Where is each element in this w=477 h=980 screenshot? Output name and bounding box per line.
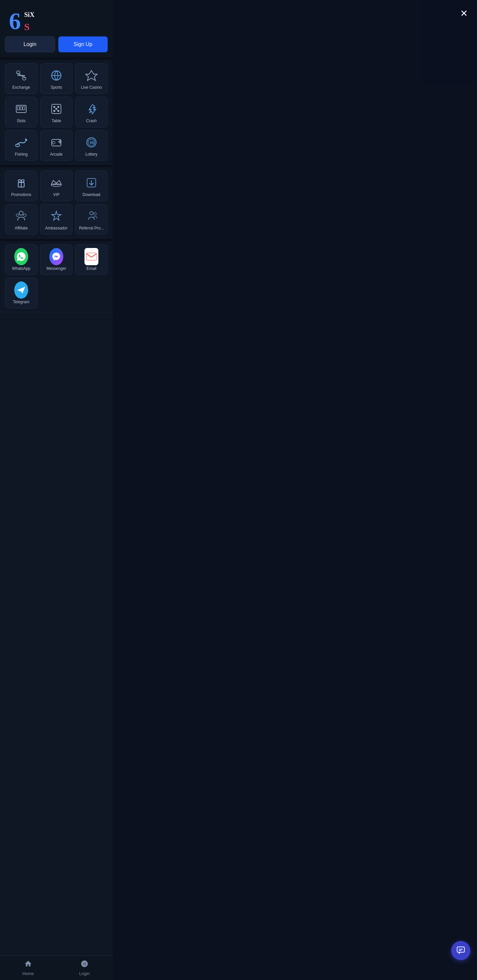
svg-point-38 [16,214,19,216]
promotions-section: Promotions VIP [0,167,113,239]
svg-point-19 [55,108,57,110]
ambassador-icon [49,209,63,223]
svg-point-16 [57,106,59,108]
arcade-label: Arcade [50,152,62,157]
menu-item-lottery[interactable]: 66 Lottery [75,130,108,161]
menu-item-live-casino[interactable]: Live Casino [75,63,108,94]
lottery-icon: 66 [85,135,98,149]
svg-point-18 [57,110,59,112]
login-nav-label: Login [79,971,90,976]
slots-label: Slots [17,119,26,123]
svg-point-25 [58,141,60,142]
nav-home[interactable]: Home [0,956,56,980]
menu-item-crash[interactable]: Crash [75,97,108,127]
svg-point-26 [60,141,62,142]
messenger-label: Messenger [46,266,66,271]
crash-icon [85,102,98,116]
auth-buttons: Login Sign Up [0,37,113,57]
home-nav-icon [24,960,32,970]
contacts-grid: WhatsApp Messenger [5,244,108,309]
telegram-label: Telegram [13,300,29,304]
referral-label: Referral Pro... [79,226,104,231]
whatsapp-icon [14,250,28,264]
menu-item-email[interactable]: Email [75,244,108,275]
telegram-icon [14,283,28,297]
vip-label: VIP [53,192,59,197]
svg-point-37 [19,211,23,215]
home-nav-label: Home [22,971,34,976]
svg-point-15 [53,106,55,108]
svg-rect-10 [18,107,19,110]
nav-login[interactable]: Login [56,956,113,980]
bottom-navigation: Home Login [0,956,113,980]
sports-label: Sports [51,85,62,90]
svg-rect-42 [86,253,96,260]
menu-item-table[interactable]: Table [40,97,73,127]
menu-item-ambassador[interactable]: Ambassador [40,204,73,235]
svg-point-39 [24,214,26,216]
table-label: Table [52,119,61,123]
slots-icon [14,102,28,116]
sidebar-panel: 6 SiX S Login Sign Up [0,0,113,980]
logo-area: 6 SiX S [0,0,113,37]
referral-icon [85,209,98,223]
menu-item-referral[interactable]: Referral Pro... [75,204,108,235]
games-section: Exchange Sports [0,60,113,165]
promotions-label: Promotions [11,192,32,197]
svg-point-17 [53,110,55,112]
menu-item-sports[interactable]: Sports [40,63,73,94]
messenger-icon [49,250,63,264]
signup-button[interactable]: Sign Up [58,37,108,52]
email-icon [85,250,98,264]
vip-icon [49,176,63,190]
svg-point-28 [59,142,61,143]
menu-item-arcade[interactable]: Arcade [40,130,73,161]
menu-item-messenger[interactable]: Messenger [40,244,73,275]
svg-text:SiX: SiX [24,11,35,18]
sports-icon [49,68,63,83]
ambassador-label: Ambassador [45,226,67,231]
exchange-label: Exchange [12,85,30,90]
svg-point-41 [94,213,96,215]
svg-rect-11 [20,107,22,110]
promotions-grid: Promotions VIP [5,170,108,235]
menu-item-affiliate[interactable]: Affiliate [5,204,37,235]
menu-item-slots[interactable]: Slots [5,97,37,127]
svg-text:66: 66 [90,140,94,145]
fishing-icon [14,135,28,149]
svg-point-40 [90,212,93,215]
games-grid: Exchange Sports [5,63,108,161]
svg-point-27 [59,140,61,142]
menu-item-fishing[interactable]: Fishing [5,130,37,161]
lottery-label: Lottery [85,152,98,157]
affiliate-icon [14,209,28,223]
svg-text:6: 6 [9,8,21,32]
crash-label: Crash [86,119,97,123]
menu-item-promotions[interactable]: Promotions [5,170,37,201]
arcade-icon [49,135,63,149]
live-casino-icon [85,68,98,83]
live-casino-label: Live Casino [81,85,102,90]
svg-rect-12 [23,107,25,110]
menu-item-whatsapp[interactable]: WhatsApp [5,244,37,275]
whatsapp-label: WhatsApp [12,266,30,271]
contacts-section: WhatsApp Messenger [0,241,113,312]
table-icon [49,102,63,116]
exchange-icon [14,68,28,83]
login-nav-icon [80,960,88,970]
menu-item-download[interactable]: Download [75,170,108,201]
login-button[interactable]: Login [5,37,55,52]
logo: 6 SiX S [6,6,40,33]
download-icon [85,176,98,190]
promotions-icon [14,176,28,190]
email-label: Email [86,266,96,271]
svg-text:S: S [24,21,30,32]
fishing-label: Fishing [15,152,28,157]
affiliate-label: Affiliate [14,226,27,231]
menu-item-vip[interactable]: VIP [40,170,73,201]
download-label: Download [83,192,100,197]
menu-item-exchange[interactable]: Exchange [5,63,37,94]
svg-point-24 [52,142,55,144]
menu-item-telegram[interactable]: Telegram [5,278,37,309]
